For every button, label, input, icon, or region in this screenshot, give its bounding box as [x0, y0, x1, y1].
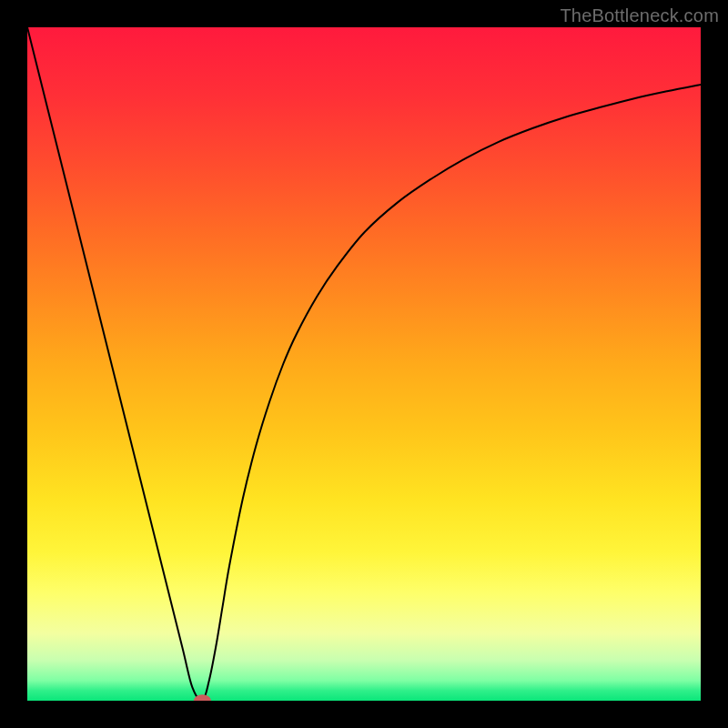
plot-svg	[27, 27, 701, 701]
gradient-background	[27, 27, 701, 701]
plot-area	[27, 27, 701, 701]
chart-frame: TheBottleneck.com	[0, 0, 728, 728]
watermark-text: TheBottleneck.com	[560, 5, 719, 26]
